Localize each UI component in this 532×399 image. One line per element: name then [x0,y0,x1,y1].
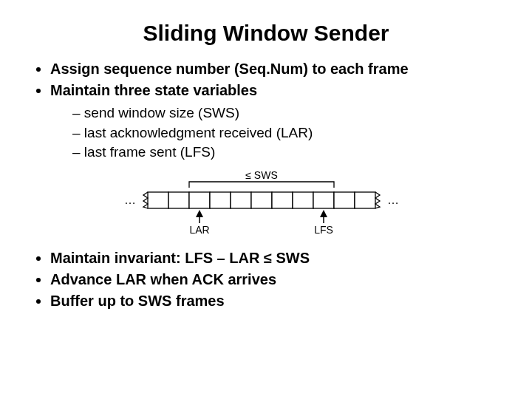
svg-rect-0 [148,192,168,208]
sub-lfs: last frame sent (LFS) [72,143,502,163]
bottom-bullet-list: Maintain invariant: LFS – LAR ≤ SWS Adva… [34,248,502,311]
svg-rect-3 [210,192,231,208]
svg-text:≤ SWS: ≤ SWS [245,170,277,181]
svg-marker-17 [320,210,327,217]
svg-marker-14 [196,210,203,217]
svg-rect-1 [168,192,189,208]
svg-rect-6 [272,192,293,208]
svg-text:LFS: LFS [314,224,333,236]
svg-rect-10 [355,192,375,208]
sub-lar: last acknowledgment received (LAR) [72,123,502,143]
svg-text:LAR: LAR [189,224,209,236]
top-bullet-list: Assign sequence number (Seq.Num) to each… [34,59,502,163]
sub-sws: send window size (SWS) [72,103,502,123]
sliding-window-diagram: ……≤ SWSLARLFS [111,170,421,238]
svg-rect-2 [189,192,210,208]
bullet-seqnum: Assign sequence number (Seq.Num) to each… [50,59,502,79]
svg-rect-7 [293,192,313,208]
svg-text:…: … [387,194,399,206]
svg-rect-4 [231,192,251,208]
bullet-state-vars: Maintain three state variables send wind… [50,81,502,163]
bullet-buffer: Buffer up to SWS frames [50,291,502,311]
svg-rect-5 [251,192,272,208]
sub-bullet-list: send window size (SWS) last acknowledgme… [50,103,502,163]
svg-rect-9 [334,192,355,208]
svg-text:…: … [124,194,136,206]
slide-title: Sliding Window Sender [30,21,502,46]
bullet-invariant: Maintain invariant: LFS – LAR ≤ SWS [50,248,502,268]
svg-rect-8 [313,192,334,208]
bullet-advance-lar: Advance LAR when ACK arrives [50,270,502,290]
